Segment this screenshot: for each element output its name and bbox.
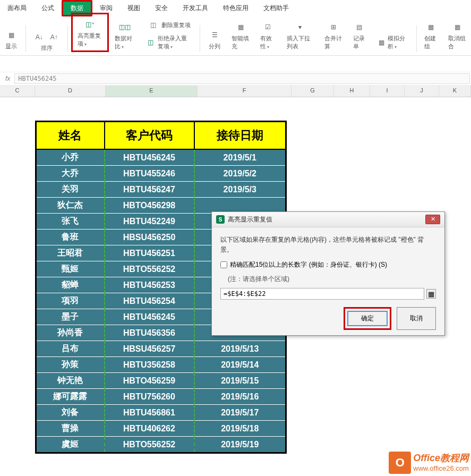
range-select-button[interactable]: ▦	[426, 289, 436, 299]
cell-code[interactable]: HBTO556252	[105, 437, 194, 453]
ribbon-reject-dup[interactable]: ◫ 拒绝录入重复项 ▾	[144, 33, 194, 52]
col-header-g[interactable]: G	[292, 86, 334, 97]
cell-name[interactable]: 狄仁杰	[36, 198, 105, 214]
table-row[interactable]: 娜可露露 HBTU756260 2019/5/16	[36, 389, 286, 405]
dialog-checkbox-row[interactable]: 精确匹配15位以上的长数字 (例如：身份证、银行卡) (S)	[220, 260, 436, 269]
col-header-d[interactable]: D	[35, 86, 106, 97]
cell-date[interactable]: 2019/5/3	[194, 182, 286, 198]
cell-code[interactable]: HBTU456861	[105, 405, 194, 421]
cell-code[interactable]: HBTU455246	[105, 166, 194, 182]
col-header-i[interactable]: I	[370, 86, 405, 97]
ribbon-display[interactable]: ▦ 显示	[3, 27, 19, 52]
col-header-k[interactable]: K	[439, 86, 471, 97]
cell-code[interactable]: HBTU456253	[105, 277, 194, 293]
ribbon-record[interactable]: ▤记录单	[352, 19, 368, 52]
ribbon-validity[interactable]: ☑有效性 ▾	[259, 19, 278, 52]
cell-code[interactable]: HBTU456251	[105, 245, 194, 261]
cell-code[interactable]: HBSU456257	[105, 341, 194, 357]
cell-code[interactable]: HBTO556252	[105, 261, 194, 277]
cell-name[interactable]: 孙尚香	[36, 325, 105, 341]
cell-date[interactable]: 2019/5/16	[194, 389, 286, 405]
cell-date[interactable]: 2019/5/2	[194, 166, 286, 182]
fx-label[interactable]: fx	[1, 75, 14, 82]
cell-code[interactable]: HBTU456245	[105, 309, 194, 325]
ribbon-ungroup[interactable]: ▦取消组合	[447, 19, 468, 52]
table-row[interactable]: 关羽 HBTU456247 2019/5/3	[36, 182, 286, 198]
cell-name[interactable]: 项羽	[36, 293, 105, 309]
cancel-button[interactable]: 取消	[397, 307, 436, 330]
ribbon-smartfill[interactable]: ▦智能填充	[230, 19, 251, 52]
th-code[interactable]: 客户代码	[105, 122, 194, 150]
cell-name[interactable]: 鲁班	[36, 230, 105, 245]
range-input[interactable]	[220, 288, 424, 300]
cell-code[interactable]: HBTU456247	[105, 182, 194, 198]
menu-formula[interactable]: 公式	[34, 2, 62, 15]
formula-input[interactable]	[14, 73, 470, 84]
cell-name[interactable]: 孙策	[36, 357, 105, 373]
table-row[interactable]: 小乔 HBTU456245 2019/5/1	[36, 149, 286, 166]
cell-name[interactable]: 虞姬	[36, 437, 105, 453]
cell-code[interactable]: HBTU456245	[105, 149, 194, 166]
cell-code[interactable]: HBTO456298	[105, 198, 194, 214]
cell-date[interactable]: 2019/5/13	[194, 341, 286, 357]
table-row[interactable]: 狄仁杰 HBTO456298	[36, 198, 286, 214]
col-header-e[interactable]: E	[106, 86, 198, 97]
cell-code[interactable]: HBTU452249	[105, 214, 194, 230]
cell-date[interactable]: 2019/5/15	[194, 373, 286, 389]
menu-dochelper[interactable]: 文档助手	[256, 2, 296, 15]
cell-date[interactable]: 2019/5/19	[194, 437, 286, 453]
ok-button[interactable]: 确定	[347, 311, 388, 326]
cell-name[interactable]: 大乔	[36, 166, 105, 182]
cell-date[interactable]: 2019/5/1	[194, 149, 286, 166]
menu-devtools[interactable]: 开发工具	[175, 2, 216, 15]
menu-pagelayout[interactable]: 面布局	[0, 2, 34, 15]
th-date[interactable]: 接待日期	[194, 122, 286, 150]
cell-code[interactable]: HBTU456356	[105, 325, 194, 341]
ribbon-sim[interactable]: ▦模拟分析 ▾	[375, 33, 409, 52]
cell-name[interactable]: 墨子	[36, 309, 105, 325]
cell-code[interactable]: HBSU456250	[105, 230, 194, 245]
table-row[interactable]: 钟无艳 HBTO456259 2019/5/15	[36, 373, 286, 389]
cell-name[interactable]: 娜可露露	[36, 389, 105, 405]
table-row[interactable]: 刘备 HBTU456861 2019/5/17	[36, 405, 286, 421]
cell-code[interactable]: HBTU756260	[105, 389, 194, 405]
table-row[interactable]: 吕布 HBSU456257 2019/5/13	[36, 341, 286, 357]
col-header-f[interactable]: F	[198, 86, 292, 97]
menu-featured[interactable]: 特色应用	[216, 2, 256, 15]
ribbon-data-compare[interactable]: ◫◫ 数据对比 ▾	[113, 19, 137, 52]
col-header-c[interactable]: C	[0, 86, 35, 97]
ribbon-group[interactable]: ▦创建组	[423, 19, 439, 52]
cell-date[interactable]: 2019/5/17	[194, 405, 286, 421]
cell-code[interactable]: HBTO456259	[105, 373, 194, 389]
table-row[interactable]: 曹操 HBTU406262 2019/5/18	[36, 421, 286, 437]
cell-name[interactable]: 小乔	[36, 149, 105, 166]
th-name[interactable]: 姓名	[36, 122, 105, 150]
table-row[interactable]: 孙策 HBTU356258 2019/5/14	[36, 357, 286, 373]
cell-name[interactable]: 貂蝉	[36, 277, 105, 293]
ribbon-consolidate[interactable]: ⊞合并计算	[323, 19, 344, 52]
precise-match-checkbox[interactable]	[220, 261, 227, 268]
cell-name[interactable]: 甄姬	[36, 261, 105, 277]
cell-name[interactable]: 吕布	[36, 341, 105, 357]
col-header-j[interactable]: J	[405, 86, 439, 97]
cell-date[interactable]	[194, 198, 286, 214]
cell-code[interactable]: HBTU406262	[105, 421, 194, 437]
cell-name[interactable]: 张飞	[36, 214, 105, 230]
ribbon-del-dup[interactable]: ◫ 删除重复项	[145, 17, 192, 33]
ribbon-sort-desc[interactable]: A↑	[47, 30, 61, 44]
ribbon-highlight-dup[interactable]: ◫⁺ 高亮重复项 ▾	[76, 16, 104, 49]
cell-name[interactable]: 钟无艳	[36, 373, 105, 389]
menu-view[interactable]: 视图	[120, 2, 148, 15]
ribbon-dropdown[interactable]: ▾插入下拉列表	[285, 19, 315, 52]
cell-date[interactable]: 2019/5/14	[194, 357, 286, 373]
table-row[interactable]: 虞姬 HBTO556252 2019/5/19	[36, 437, 286, 453]
dialog-close-button[interactable]: ✕	[425, 215, 440, 224]
dialog-titlebar[interactable]: S 高亮显示重复值 ✕	[212, 212, 444, 227]
ribbon-sort-asc[interactable]: A↓	[32, 30, 46, 44]
cell-code[interactable]: HBTU356258	[105, 357, 194, 373]
cell-name[interactable]: 曹操	[36, 421, 105, 437]
col-header-h[interactable]: H	[334, 86, 370, 97]
table-row[interactable]: 大乔 HBTU455246 2019/5/2	[36, 166, 286, 182]
cell-date[interactable]: 2019/5/18	[194, 421, 286, 437]
cell-name[interactable]: 关羽	[36, 182, 105, 198]
